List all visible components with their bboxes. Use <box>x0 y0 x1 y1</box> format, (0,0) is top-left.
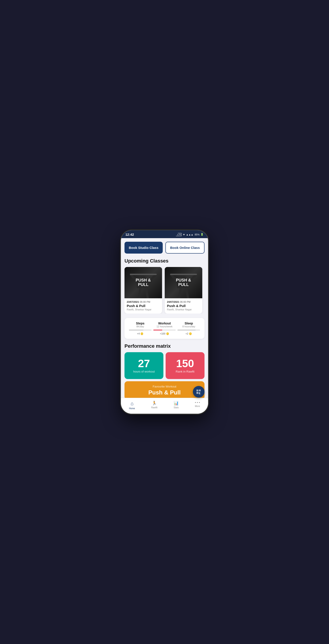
sleep-label: Sleep <box>177 322 201 325</box>
class-card-2[interactable]: PUSH & PULL 24/07/2021 06:00 PM Push & P… <box>165 267 202 314</box>
class-image-line2-1: PULL <box>136 283 151 287</box>
svg-rect-6 <box>130 274 157 275</box>
battery-text: 85% <box>195 233 200 236</box>
nav-home[interactable]: ⌂ Home <box>126 400 138 410</box>
sleep-coins: +2 🪙 <box>177 332 201 335</box>
perf-workout-card: 27 hours of workout <box>124 352 163 379</box>
book-buttons-container: Book Studio Class Book Online Class <box>124 242 205 254</box>
workout-number: 27 <box>138 358 150 369</box>
nav-more-label: More <box>195 405 200 408</box>
class-location-2: Rawfit, Shankar Nagar <box>167 308 200 311</box>
nav-stats-label: Stats <box>174 406 179 409</box>
steps-coins: +4 🪙 <box>128 332 152 335</box>
sleep-value: 8 hours/day <box>177 325 201 328</box>
svg-rect-13 <box>170 274 197 275</box>
steps-bar <box>129 330 143 330</box>
stat-steps: Steps 8K/day +4 🪙 <box>128 322 152 335</box>
rawfit-icon: 🏃 <box>152 401 157 406</box>
nav-stats[interactable]: 📊 Stats <box>171 400 181 410</box>
stats-card: Steps 8K/day +4 🪙 Workout 12 hours/week <box>124 318 205 339</box>
workout-bar-container <box>153 330 176 330</box>
performance-title: Performance matrix <box>124 343 205 349</box>
nav-home-label: Home <box>129 407 135 410</box>
qr-fab-button[interactable] <box>193 386 205 398</box>
svg-line-5 <box>146 288 148 298</box>
performance-grid: 27 hours of workout 150 Rank in Rawfit F… <box>124 352 205 400</box>
svg-line-12 <box>186 288 188 298</box>
classes-row: PUSH & PULL 23/07/2021 06:00 PM Push & P… <box>124 267 205 314</box>
wifi-icon: ▼ <box>183 233 185 236</box>
workout-coins: +100 🪙 <box>152 332 177 335</box>
workout-label: Workout <box>152 322 177 325</box>
class-location-1: Rawfit, Shankar Nagar <box>127 308 160 311</box>
class-name-2: Push & Pull <box>167 304 200 308</box>
class-date-2: 24/07/2021 06:00 PM <box>167 300 200 303</box>
nav-rawfit-label: Rawfit <box>151 406 157 409</box>
qr-icon <box>196 389 202 395</box>
steps-label: Steps <box>128 322 152 325</box>
svg-line-4 <box>139 288 141 298</box>
class-card[interactable]: PUSH & PULL 23/07/2021 06:00 PM Push & P… <box>124 267 162 314</box>
status-icons: VoLTE ▼ ▲▲▲ 85% 🔋 <box>175 233 204 236</box>
perf-rank-card: 150 Rank in Rawfit <box>166 352 205 379</box>
class-image-line1-2: PUSH & <box>176 278 191 283</box>
home-icon: ⌂ <box>131 401 133 406</box>
notch <box>151 230 178 236</box>
book-online-button[interactable]: Book Online Class <box>165 242 205 254</box>
fav-name: Push & Pull <box>128 389 201 396</box>
stat-sleep: Sleep 8 hours/day +2 🪙 <box>177 322 201 335</box>
rank-number: 150 <box>176 358 194 369</box>
signal-icon: ▲▲▲ <box>186 233 193 236</box>
more-icon: • • • <box>195 401 200 404</box>
bottom-nav: ⌂ Home 🏃 Rawfit 📊 Stats • • • More <box>121 398 208 414</box>
battery-icon: 🔋 <box>201 233 204 236</box>
push-pull-text-1: PUSH & PULL <box>136 278 151 287</box>
book-studio-button[interactable]: Book Studio Class <box>124 242 163 254</box>
stat-workout: Workout 12 hours/week +100 🪙 <box>152 322 177 335</box>
sleep-bar-container <box>177 330 200 330</box>
steps-value: 8K/day <box>128 325 152 328</box>
class-card-info-1: 23/07/2021 06:00 PM Push & Pull Rawfit, … <box>124 298 162 314</box>
workout-bar <box>153 330 162 330</box>
class-card-image-2: PUSH & PULL <box>165 267 202 298</box>
class-image-line2-2: PULL <box>176 283 191 287</box>
stats-icon: 📊 <box>174 401 179 406</box>
workout-value: 12 hours/week <box>152 325 177 328</box>
class-card-image-1: PUSH & PULL <box>124 267 162 298</box>
phone-screen: 12:42 VoLTE ▼ ▲▲▲ 85% 🔋 Book Studio Clas… <box>121 230 208 414</box>
nav-rawfit[interactable]: 🏃 Rawfit <box>148 400 160 410</box>
perf-favourite-card: Favourite Workout Push & Pull <box>124 381 205 400</box>
stats-row: Steps 8K/day +4 🪙 Workout 12 hours/week <box>128 322 201 335</box>
class-date-1: 23/07/2021 06:00 PM <box>127 300 160 303</box>
status-time: 12:42 <box>125 232 134 236</box>
svg-line-11 <box>179 288 181 298</box>
rank-desc: Rank in Rawfit <box>176 370 194 373</box>
upcoming-classes-title: Upcoming Classes <box>124 258 205 264</box>
fav-label: Favourite Workout <box>128 385 201 388</box>
phone-shell: 12:42 VoLTE ▼ ▲▲▲ 85% 🔋 Book Studio Clas… <box>121 230 208 414</box>
steps-bar-container <box>129 330 152 330</box>
sleep-bar <box>177 330 196 330</box>
push-pull-text-2: PUSH & PULL <box>176 278 191 287</box>
workout-desc: hours of workout <box>133 370 155 373</box>
nav-more[interactable]: • • • More <box>192 400 203 410</box>
class-name-1: Push & Pull <box>127 304 160 308</box>
class-image-line1-1: PUSH & <box>136 278 151 283</box>
class-card-info-2: 24/07/2021 06:00 PM Push & Pull Rawfit, … <box>165 298 202 314</box>
